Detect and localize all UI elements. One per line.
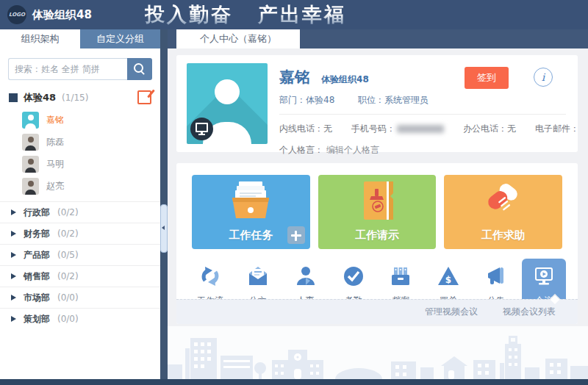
- org-root-icon: [9, 93, 18, 102]
- sidebar: 组织架构 自定义分组 体验48 (1/15) 嘉铭 陈磊: [0, 29, 160, 379]
- org-root-count: (1/15): [62, 93, 88, 103]
- dept-count: (0/0): [57, 314, 79, 324]
- meeting-monitor-icon: [531, 264, 556, 291]
- member-avatar-photo: [22, 134, 39, 151]
- app-window: LOGO 体验组织48 投入勤奋产出幸福 组织架构 自定义分组 体验48 (1/…: [0, 0, 588, 385]
- profile-org: 体验组织48: [321, 74, 369, 84]
- top-header: LOGO 体验组织48 投入勤奋产出幸福: [0, 0, 588, 29]
- card-label: 工作请示: [355, 229, 399, 242]
- work-panel: 工作任务 工作请: [176, 163, 578, 324]
- member-row[interactable]: 赵亮: [0, 175, 160, 197]
- dept-row-caiwu[interactable]: 财务部 (0/2): [0, 223, 160, 244]
- mobile-number-blurred: [397, 125, 444, 133]
- megaphone-icon: [484, 264, 509, 291]
- edit-pencil-icon[interactable]: [137, 90, 151, 104]
- logo-text: LOGO: [9, 12, 25, 18]
- bottom-bar: [0, 379, 588, 385]
- profile-card: 嘉铭 体验组织48 签到 i 部门：体验48 职位：系统管理员 内线电话：无 手…: [176, 55, 578, 152]
- info-icon[interactable]: i: [534, 68, 553, 87]
- tab-org-structure[interactable]: 组织架构: [0, 29, 80, 48]
- card-label: 工作任务: [229, 229, 273, 242]
- member-name: 赵亮: [46, 180, 64, 192]
- member-avatar-photo: [22, 156, 39, 173]
- card-work-help[interactable]: 工作求助: [444, 175, 562, 249]
- tab-custom-groups[interactable]: 自定义分组: [80, 29, 160, 48]
- slogan: 投入勤奋产出幸福: [145, 1, 346, 28]
- dept-row-chanpin[interactable]: 产品部 (0/5): [0, 244, 160, 265]
- chevron-right-icon: [11, 273, 16, 279]
- profile-dept: 部门：体验48: [279, 95, 334, 105]
- office-phone: 办公电话：无: [463, 123, 516, 135]
- org-root-row[interactable]: 体验48 (1/15): [0, 84, 160, 109]
- task-drawer-icon: [227, 180, 274, 223]
- dept-count: (0/2): [57, 207, 79, 217]
- motto-label: 个人格言：: [279, 145, 323, 155]
- slogan-left: 投入勤奋: [145, 3, 233, 26]
- member-avatar-photo: [22, 178, 39, 195]
- org-root-name: 体验48: [24, 91, 56, 104]
- person-icon: [293, 264, 318, 291]
- dept-name: 市场部: [24, 292, 50, 304]
- slogan-right: 产出幸福: [258, 3, 346, 26]
- chevron-right-icon: [11, 252, 16, 258]
- member-name: 陈磊: [46, 136, 64, 148]
- dept-name: 行政部: [24, 206, 50, 219]
- email-field: 电子邮件：: [535, 123, 579, 135]
- dept-row-xingzheng[interactable]: 行政部 (0/2): [0, 201, 160, 223]
- logo: LOGO: [7, 5, 26, 24]
- member-avatar-icon: [22, 112, 39, 129]
- sidebar-collapse-handle[interactable]: [160, 204, 168, 253]
- main-tabstrip: 个人中心（嘉铭）: [168, 29, 588, 48]
- sidebar-tabs: 组织架构 自定义分组: [0, 29, 160, 48]
- sidebar-edge-strip: [160, 29, 168, 379]
- add-task-button[interactable]: [287, 226, 305, 244]
- archive-icon: [388, 264, 413, 291]
- profile-avatar[interactable]: [187, 63, 268, 144]
- manage-video-meeting-link[interactable]: 管理视频会议: [425, 306, 478, 318]
- dept-row-cehua[interactable]: 策划部 (0/0): [0, 308, 160, 329]
- divider: [279, 114, 566, 115]
- dept-count: (0/5): [57, 250, 79, 260]
- internal-phone: 内线电话：无: [279, 123, 332, 135]
- dept-row-xiaoshou[interactable]: 销售部 (0/2): [0, 265, 160, 287]
- motto-edit-link[interactable]: 编辑个人格言: [326, 145, 379, 155]
- member-name: 马明: [46, 158, 64, 170]
- skyline-footer-art: [168, 326, 588, 379]
- member-row[interactable]: 马明: [0, 153, 160, 175]
- attendance-check-icon: [341, 264, 366, 291]
- workflow-icon: [198, 264, 223, 291]
- profile-name: 嘉铭: [279, 67, 310, 87]
- member-name: 嘉铭: [46, 114, 64, 126]
- help-handshake-icon: [480, 180, 527, 223]
- tab-personal-center[interactable]: 个人中心（嘉铭）: [176, 29, 300, 48]
- main-content: 个人中心（嘉铭） 嘉铭 体验组织48 签到 i 部门：体验48 职位：系统管理员: [168, 29, 588, 379]
- checkin-button[interactable]: 签到: [465, 67, 509, 89]
- chevron-right-icon: [11, 316, 16, 322]
- monitor-badge-icon[interactable]: [190, 118, 213, 140]
- card-work-task[interactable]: 工作任务: [192, 175, 310, 249]
- dept-row-shichang[interactable]: 市场部 (0/0): [0, 287, 160, 308]
- dept-name: 销售部: [24, 270, 50, 283]
- fine-ticket-icon: $: [436, 264, 461, 291]
- dept-count: (0/2): [57, 271, 79, 281]
- svg-text:$: $: [445, 275, 451, 285]
- card-work-request[interactable]: 工作请示: [318, 175, 437, 249]
- dept-name: 财务部: [24, 228, 50, 240]
- department-list: 行政部 (0/2) 财务部 (0/2) 产品部 (0/5) 销售部 (0/2) …: [0, 201, 160, 329]
- request-folder-icon: [354, 180, 401, 223]
- chevron-right-icon: [11, 295, 16, 301]
- member-row[interactable]: 陈磊: [0, 131, 160, 153]
- dept-count: (0/2): [57, 229, 79, 239]
- chevron-right-icon: [11, 231, 16, 237]
- dept-name: 产品部: [24, 249, 50, 262]
- meeting-links-strip: 管理视频会议 视频会议列表: [176, 299, 578, 324]
- profile-title: 职位：系统管理员: [358, 95, 429, 105]
- search-button[interactable]: [127, 58, 152, 80]
- member-row[interactable]: 嘉铭: [0, 109, 160, 131]
- video-meeting-list-link[interactable]: 视频会议列表: [503, 306, 556, 318]
- search-icon: [134, 63, 143, 73]
- mobile-field: 手机号码：: [351, 123, 444, 135]
- search-input[interactable]: [8, 58, 127, 80]
- org-name: 体验组织48: [32, 8, 92, 22]
- chevron-right-icon: [11, 209, 16, 215]
